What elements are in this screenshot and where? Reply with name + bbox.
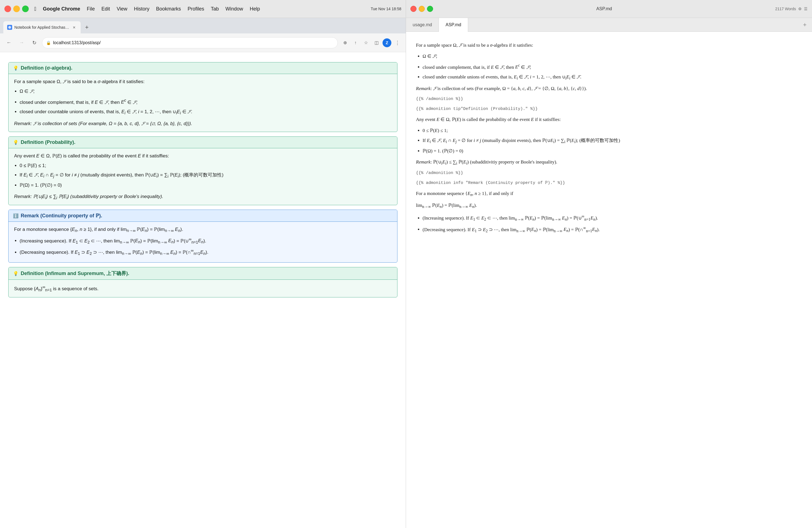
sigma-intro: For a sample space Ω, 𝓕 is said to be a … — [14, 78, 392, 86]
svg-point-0 — [8, 26, 11, 29]
editor-tab-usage[interactable]: usage.md — [406, 18, 439, 32]
cont-bullets: (Increasing sequence). If E1 ⊂ E2 ⊂ ⋯, t… — [19, 236, 392, 257]
list-item: ℙ(Ω) = 1. (ℙ(∅) = 0) — [19, 181, 392, 189]
editor-cont-list: (Increasing sequence). If E1 ⊂ E2 ⊂ ⋯, t… — [423, 213, 802, 234]
admonition-inf-header: 💡 Definition (Infimum and Supremum, 上下确界… — [9, 267, 397, 280]
chrome-menu-button[interactable]: ⋮ — [393, 39, 402, 47]
bookmark-icon[interactable]: ☆ — [362, 39, 371, 47]
editor-code4: {{% admonition info "Remark (Continuity … — [416, 179, 802, 187]
editor-remark2: Remark: ℙ(∪iEi) ≤ ∑i ℙ(Ei) (subadditivit… — [416, 158, 802, 167]
tip-icon: 💡 — [13, 65, 18, 71]
minimize-button[interactable] — [13, 5, 20, 12]
prob-body: Any event E ∈ Ω, ℙ(E) is called the prob… — [9, 148, 397, 205]
apple-icon:  — [34, 6, 36, 12]
editor-maximize-button[interactable] — [427, 6, 433, 12]
extensions-icon[interactable]: ◫ — [372, 39, 381, 47]
list-item: (Increasing sequence). If E1 ⊂ E2 ⊂ ⋯, t… — [19, 236, 392, 246]
editor-filename: ASP.md — [596, 6, 612, 11]
admonition-cont-header: ℹ️ Remark (Continuity property of ℙ). — [9, 210, 397, 222]
editor-code3: {{% /admonition %}} — [416, 170, 802, 177]
list-item: closed under countable unions of events,… — [423, 73, 802, 82]
admonition-prob-header: 💡 Definition (Probability). — [9, 137, 397, 148]
reload-button[interactable]: ↻ — [29, 38, 39, 48]
editor-title: ASP.md — [436, 6, 772, 11]
url-display: localhost:1313/post/asp/ — [53, 40, 101, 45]
admonition-sigma-algebra: 💡 Definition (σ-algebra). For a sample s… — [8, 62, 397, 132]
back-button[interactable]: ← — [4, 38, 14, 48]
active-tab[interactable]: Notebook for Applied Stochas… ✕ — [3, 21, 81, 33]
cont-header-text: Remark (Continuity property of ℙ). — [21, 212, 102, 219]
menu-window[interactable]: Window — [226, 6, 243, 12]
sigma-header-text: Definition (σ-algebra). — [21, 65, 72, 71]
tip-icon-3: 💡 — [13, 271, 18, 276]
editor-prob-intro: Any event E ∈ Ω, ℙ(E) is called the prob… — [416, 115, 802, 124]
editor-tab-bar: usage.md ASP.md + — [406, 18, 812, 32]
cont-intro: For a monotone sequence {En, n ≥ 1}, if … — [14, 225, 392, 234]
menu-appname[interactable]: Google Chrome — [43, 6, 80, 12]
share-icon[interactable]: ↑ — [351, 39, 360, 47]
editor-prob-list: 0 ≤ ℙ(E) ≤ 1; If Ei ∈ 𝓕, Ei ∩ Ej = ∅ for… — [423, 127, 802, 155]
editor-cont-eq: limn→∞ ℙ(En) = ℙ(limn→∞ En). — [416, 201, 802, 210]
info-icon: ℹ️ — [13, 213, 18, 218]
tab-favicon — [7, 25, 12, 30]
forward-button[interactable]: → — [17, 38, 27, 48]
editor-code1: {{% /admonition %}} — [416, 96, 802, 103]
menu-bar: Google Chrome File Edit View History Boo… — [43, 6, 260, 12]
editor-para: For a sample space Ω, 𝓕 is said to be a … — [416, 41, 802, 49]
chrome-addressbar: ← → ↻ 🔒 localhost:1313/post/asp/ ⊕ ↑ ☆ ◫… — [0, 33, 406, 52]
list-item: Ω ∈ 𝓕; — [423, 52, 802, 60]
editor-remark1: Remark: 𝓕 is collection of sets (For exa… — [416, 85, 802, 93]
list-item: closed under complement, that is, if E ∈… — [19, 97, 392, 107]
translate-icon[interactable]: ⊕ — [340, 39, 349, 47]
sigma-remark: Remark: 𝓕 is collection of sets (For exa… — [14, 120, 392, 128]
editor-code2: {{% admonition tip"Definition (Probabili… — [416, 105, 802, 113]
menu-profiles[interactable]: Profiles — [188, 6, 204, 12]
editor-tab-asp[interactable]: ASP.md — [439, 18, 468, 32]
menu-help[interactable]: Help — [250, 6, 260, 12]
maximize-button[interactable] — [22, 5, 29, 12]
macos-status-icons: Tue Nov 14 18:58 — [371, 6, 401, 11]
menu-edit[interactable]: Edit — [101, 6, 110, 12]
sigma-body: For a sample space Ω, 𝓕 is said to be a … — [9, 74, 397, 132]
admonition-probability: 💡 Definition (Probability). Any event E … — [8, 136, 397, 205]
editor-main-content[interactable]: For a sample space Ω, 𝓕 is said to be a … — [406, 32, 812, 528]
admonition-continuity: ℹ️ Remark (Continuity property of ℙ). Fo… — [8, 210, 397, 263]
inf-intro: Suppose {An}∞n=1 is a sequence of sets. — [14, 283, 392, 293]
menu-tab[interactable]: Tab — [211, 6, 219, 12]
inf-body: Suppose {An}∞n=1 is a sequence of sets. — [9, 280, 397, 297]
admonition-infimum: 💡 Definition (Infimum and Supremum, 上下确界… — [8, 267, 397, 297]
tab-close-button[interactable]: ✕ — [71, 25, 77, 30]
inf-header-text: Definition (Infimum and Supremum, 上下确界). — [21, 270, 129, 277]
new-tab-button[interactable]: + — [82, 23, 92, 32]
cont-body: For a monotone sequence {En, n ≥ 1}, if … — [9, 222, 397, 262]
prob-header-text: Definition (Probability). — [21, 140, 75, 145]
list-item: Ω ∈ 𝓕; — [19, 88, 392, 96]
editor-window: ASP.md 2117 Words ⚙ ☰ usage.md ASP.md + … — [406, 0, 812, 528]
menu-bookmarks[interactable]: Bookmarks — [156, 6, 181, 12]
chrome-titlebar:  Google Chrome File Edit View History B… — [0, 0, 406, 18]
settings-icon[interactable]: ⚙ — [798, 6, 802, 11]
editor-sigma-list: Ω ∈ 𝓕; closed under complement, that is,… — [423, 52, 802, 82]
list-item: (Decreasing sequence). If E1 ⊃ E2 ⊃ ⋯, t… — [423, 224, 802, 234]
address-bar[interactable]: 🔒 localhost:1313/post/asp/ — [42, 37, 338, 48]
tip-icon-2: 💡 — [13, 140, 18, 145]
menu-history[interactable]: History — [134, 6, 149, 12]
admonition-sigma-header: 💡 Definition (σ-algebra). — [9, 62, 397, 74]
menu-view[interactable]: View — [117, 6, 127, 12]
prob-remark: Remark: ℙ(∪iEi) ≤ ∑i ℙ(Ei) (subadditivit… — [14, 193, 392, 201]
sigma-bullets: Ω ∈ 𝓕; closed under complement, that is,… — [19, 88, 392, 117]
list-item: closed under complement, that is, if E ∈… — [423, 62, 802, 71]
editor-close-button[interactable] — [410, 6, 417, 12]
list-item: (Decreasing sequence). If E1 ⊃ E2 ⊃ ⋯, t… — [19, 247, 392, 257]
profile-badge[interactable]: Z — [382, 39, 391, 47]
close-button[interactable] — [4, 5, 11, 12]
list-item: 0 ≤ ℙ(E) ≤ 1; — [423, 127, 802, 135]
list-icon[interactable]: ☰ — [804, 6, 808, 11]
prob-bullets: 0 ≤ ℙ(E) ≤ 1; If Ei ∈ 𝓕, Ei ∩ Ej = ∅ for… — [19, 162, 392, 189]
editor-cont-intro: For a monotone sequence {En, n ≥ 1}, if … — [416, 189, 802, 198]
new-editor-tab-button[interactable]: + — [800, 20, 810, 30]
menu-file[interactable]: File — [87, 6, 95, 12]
usage-tab-label: usage.md — [412, 23, 432, 27]
editor-minimize-button[interactable] — [419, 6, 425, 12]
toolbar-actions: ⊕ ↑ ☆ ◫ Z ⋮ — [340, 39, 402, 47]
